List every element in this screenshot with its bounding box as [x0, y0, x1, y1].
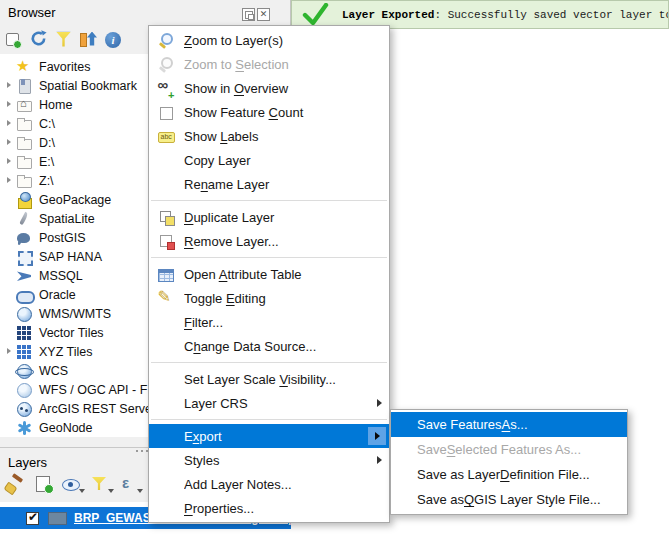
- wms-globe-icon: [16, 306, 33, 322]
- folder-icon: [16, 135, 33, 151]
- success-check-icon: [302, 3, 329, 26]
- submenu-item-save-as-qgis-layer-style-file[interactable]: Save as QGIS Layer Style File...: [391, 487, 627, 512]
- info-icon: [105, 32, 121, 48]
- menu-item-show-labels[interactable]: Show Labels: [149, 124, 389, 148]
- browser-panel-titlebar: Browser: [0, 0, 290, 24]
- menu-separator: [151, 257, 387, 258]
- add-group-button[interactable]: [32, 473, 56, 495]
- zoom-to-selection-icon: [158, 56, 175, 73]
- overview-icon: [158, 80, 175, 97]
- geopackage-icon: [16, 192, 33, 208]
- expand-arrow-icon[interactable]: [4, 114, 16, 133]
- menu-item-remove-layer[interactable]: Remove Layer...: [149, 229, 389, 253]
- arcgis-globe-icon: [16, 401, 33, 417]
- chevron-down-icon: [108, 489, 114, 493]
- pencil-icon: [158, 290, 175, 307]
- bookmark-icon: [16, 78, 33, 94]
- remove-layer-icon: [158, 233, 175, 250]
- notification-message: Successfully saved vector layer to: [448, 9, 669, 21]
- filter-legend-button[interactable]: [90, 473, 114, 495]
- menu-item-open-attribute-table[interactable]: Open Attribute Table: [149, 262, 389, 286]
- menu-item-styles[interactable]: Styles: [149, 448, 389, 472]
- open-layer-styling-button[interactable]: [3, 473, 27, 495]
- menu-item-set-layer-scale-visibility[interactable]: Set Layer Scale Visibility...: [149, 367, 389, 391]
- expand-arrow-icon[interactable]: [4, 152, 16, 171]
- menu-item-duplicate-layer[interactable]: Duplicate Layer: [149, 205, 389, 229]
- oracle-icon: [16, 287, 33, 303]
- submenu-arrow-icon: [377, 399, 382, 407]
- home-icon: [16, 97, 33, 113]
- postgis-icon: [16, 230, 33, 246]
- labels-icon: [158, 132, 175, 143]
- expand-arrow-icon[interactable]: [4, 133, 16, 152]
- menu-separator: [151, 200, 387, 201]
- expand-arrow-icon[interactable]: [4, 342, 16, 361]
- duplicate-layer-icon: [158, 209, 175, 226]
- manage-map-themes-button[interactable]: [61, 473, 85, 495]
- submenu-item-save-as-layer-definition-file[interactable]: Save as Layer Definition File...: [391, 462, 627, 487]
- folder-icon: [16, 154, 33, 170]
- refresh-button[interactable]: [29, 29, 48, 50]
- menu-separator: [151, 362, 387, 363]
- filter-by-expression-button[interactable]: [119, 473, 143, 495]
- menu-item-layer-crs[interactable]: Layer CRS: [149, 391, 389, 415]
- wcs-globe-icon: [16, 363, 33, 379]
- add-layer-icon: [4, 29, 23, 50]
- menu-item-add-layer-notes[interactable]: Add Layer Notes...: [149, 472, 389, 496]
- menu-item-filter[interactable]: Filter...: [149, 310, 389, 334]
- menu-item-zoom-to-layers[interactable]: Zoom to Layer(s): [149, 28, 389, 52]
- vector-tiles-grid-icon: [16, 325, 33, 341]
- layer-context-menu: Zoom to Layer(s) Zoom to Selection Show …: [148, 25, 390, 523]
- submenu-arrow-icon: [377, 456, 382, 464]
- menu-item-properties[interactable]: Properties...: [149, 496, 389, 520]
- expand-arrow-icon[interactable]: [4, 95, 16, 114]
- close-panel-button[interactable]: [257, 8, 270, 21]
- expand-arrow-icon[interactable]: [4, 76, 16, 95]
- folder-icon: [16, 116, 33, 132]
- properties-widget-button[interactable]: [104, 29, 123, 50]
- menu-item-toggle-editing[interactable]: Toggle Editing: [149, 286, 389, 310]
- add-selected-layers-button[interactable]: [4, 29, 23, 50]
- geonode-icon: [16, 420, 33, 436]
- export-submenu: Save Features As... Save Selected Featur…: [390, 409, 628, 515]
- collapse-all-button[interactable]: [79, 29, 98, 50]
- submenu-item-save-features-as[interactable]: Save Features As...: [391, 412, 627, 437]
- wfs-globe-icon: [16, 382, 33, 398]
- submenu-item-save-selected-features-as: Save Selected Features As...: [391, 437, 627, 462]
- spatialite-icon: [16, 211, 33, 227]
- menu-item-copy-layer[interactable]: Copy Layer: [149, 148, 389, 172]
- refresh-icon: [29, 29, 48, 48]
- notification-text: Layer Exported: Successfully saved vecto…: [342, 9, 669, 21]
- collapse-all-icon: [79, 29, 98, 50]
- float-panel-button[interactable]: [242, 8, 255, 21]
- sap-hana-icon: [16, 249, 33, 265]
- browser-panel-title: Browser: [8, 5, 56, 20]
- mssql-icon: [16, 268, 33, 284]
- menu-item-show-in-overview[interactable]: Show in Overview: [149, 76, 389, 100]
- xyz-tiles-grid-icon: [16, 344, 33, 360]
- layers-panel-title: Layers: [8, 455, 47, 470]
- filter-icon: [56, 32, 71, 47]
- folder-icon: [16, 173, 33, 189]
- menu-item-zoom-to-selection: Zoom to Selection: [149, 52, 389, 76]
- menu-item-change-data-source[interactable]: Change Data Source...: [149, 334, 389, 358]
- menu-item-export[interactable]: Export: [149, 424, 389, 448]
- menu-item-rename-layer[interactable]: Rename Layer: [149, 172, 389, 196]
- attribute-table-icon: [158, 269, 174, 282]
- menu-separator: [151, 419, 387, 420]
- menu-item-show-feature-count[interactable]: Show Feature Count: [149, 100, 389, 124]
- chevron-down-icon: [79, 489, 85, 493]
- layers-toolbar: [3, 472, 143, 496]
- layer-visibility-checkbox[interactable]: [26, 512, 39, 525]
- checkbox-icon: [160, 107, 173, 120]
- expand-arrow-icon[interactable]: [4, 171, 16, 190]
- filter-browser-button[interactable]: [54, 29, 73, 50]
- submenu-arrow-icon: [375, 432, 380, 440]
- browser-toolbar: [4, 27, 123, 51]
- layer-color-swatch[interactable]: [48, 512, 67, 525]
- star-icon: [16, 59, 33, 75]
- notification-title: Layer Exported: [342, 9, 434, 21]
- zoom-to-layer-icon: [158, 32, 175, 49]
- chevron-down-icon: [137, 489, 143, 493]
